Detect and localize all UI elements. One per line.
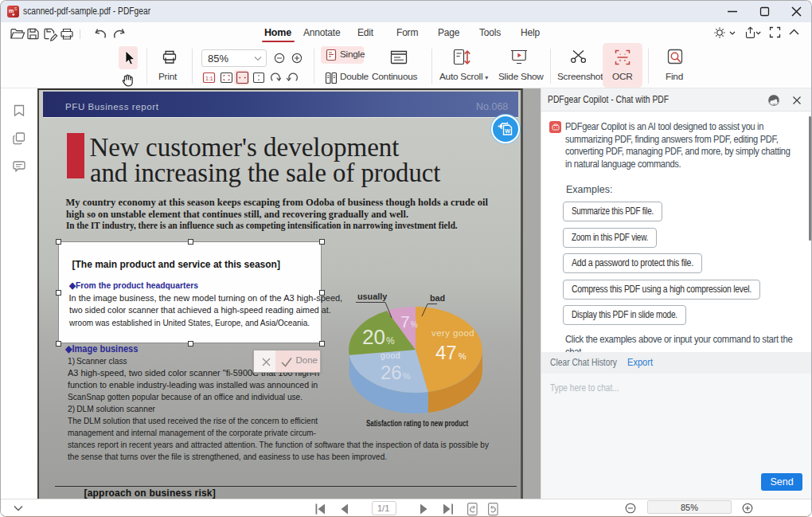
svg-text:very good: very good xyxy=(431,328,474,338)
svg-text:usually: usually xyxy=(357,292,387,301)
svg-text:bad: bad xyxy=(430,293,445,303)
svg-text:good: good xyxy=(381,351,400,360)
svg-text:1:1: 1:1 xyxy=(205,76,213,81)
svg-text:W: W xyxy=(505,128,510,134)
